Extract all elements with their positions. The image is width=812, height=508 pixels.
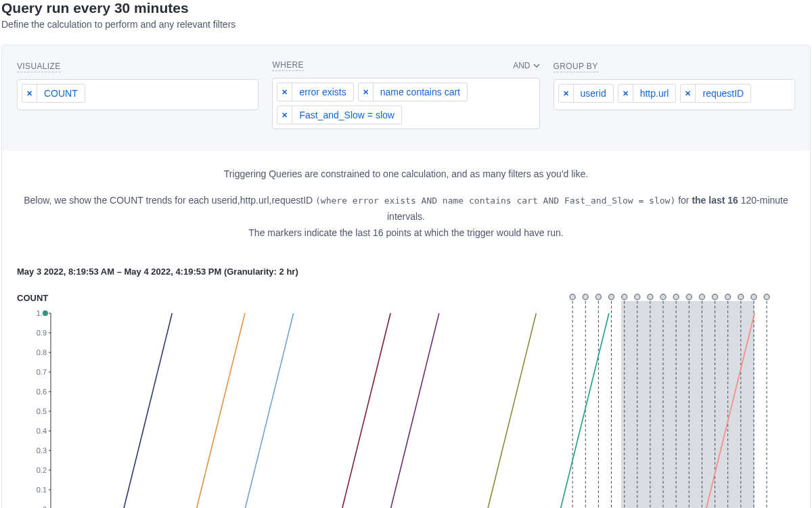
svg-rect-68	[621, 301, 754, 508]
svg-text:0.6: 0.6	[37, 388, 47, 396]
explain-bold: the last 16	[692, 195, 738, 206]
svg-point-88	[686, 294, 692, 300]
explain-mono: (where error exists AND name contains ca…	[315, 195, 675, 206]
where-operator-toggle[interactable]: AND	[513, 61, 539, 70]
page-title: Query run every 30 minutes	[1, 0, 811, 16]
svg-point-84	[660, 294, 666, 300]
group-by-label: GROUP BY	[554, 62, 598, 72]
where-tag: ✕ Fast_and_Slow = slow	[277, 106, 401, 124]
svg-line-106	[488, 313, 537, 508]
tag-label: userid	[574, 85, 613, 102]
remove-tag-icon[interactable]: ✕	[22, 85, 37, 102]
svg-text:1.0: 1.0	[37, 309, 47, 317]
tag-label: Fast_and_Slow = slow	[292, 106, 401, 124]
svg-point-90	[699, 294, 704, 300]
svg-line-104	[342, 313, 390, 508]
visualize-column: VISUALIZE ✕ COUNT	[17, 60, 258, 129]
svg-text:0: 0	[43, 505, 47, 508]
svg-line-107	[560, 313, 609, 508]
svg-text:0.4: 0.4	[37, 427, 47, 435]
group-by-tag: ✕ userid	[558, 84, 614, 103]
where-label: WHERE	[272, 60, 303, 71]
explain-line-3: The markers indicate the last 16 points …	[248, 227, 563, 238]
tag-label: requestID	[696, 85, 750, 102]
svg-point-98	[751, 294, 757, 300]
chart: COUNT00.10.20.30.40.50.60.70.80.91.009:0…	[17, 289, 795, 508]
svg-line-102	[196, 313, 245, 508]
svg-text:0.7: 0.7	[37, 368, 47, 376]
svg-text:0.8: 0.8	[37, 348, 47, 356]
remove-tag-icon[interactable]: ✕	[618, 85, 633, 102]
svg-point-86	[673, 294, 679, 300]
explain-text: for	[675, 195, 692, 206]
svg-text:0.9: 0.9	[37, 329, 47, 337]
svg-text:0.3: 0.3	[37, 446, 47, 455]
group-by-input[interactable]: ✕ userid ✕ http.url ✕ requestID	[554, 79, 795, 110]
svg-point-70	[570, 294, 575, 300]
remove-tag-icon[interactable]: ✕	[277, 106, 292, 124]
chart-svg: COUNT00.10.20.30.40.50.60.70.80.91.009:0…	[17, 289, 799, 508]
group-by-tag: ✕ requestID	[680, 84, 751, 103]
visualize-label: VISUALIZE	[17, 62, 61, 72]
explain-line-1: Triggering Queries are constrained to on…	[18, 168, 794, 179]
svg-point-78	[622, 294, 627, 300]
where-input[interactable]: ✕ error exists ✕ name contains cart ✕ Fa…	[272, 78, 539, 129]
visualize-input[interactable]: ✕ COUNT	[17, 79, 258, 110]
svg-text:0.1: 0.1	[37, 486, 47, 494]
where-tag: ✕ error exists	[277, 83, 353, 101]
svg-text:COUNT: COUNT	[17, 293, 48, 303]
query-card: VISUALIZE ✕ COUNT WHERE AND	[1, 45, 811, 508]
tag-label: error exists	[292, 83, 353, 101]
visualize-tag: ✕ COUNT	[22, 84, 85, 103]
remove-tag-icon[interactable]: ✕	[681, 85, 696, 102]
svg-point-74	[595, 294, 601, 300]
page-subtitle: Define the calculation to perform and an…	[1, 19, 811, 30]
tag-label: name contains cart	[374, 83, 467, 101]
where-column: WHERE AND ✕ error exists ✕ name contains…	[272, 60, 539, 129]
group-by-tag: ✕ http.url	[618, 84, 677, 103]
remove-tag-icon[interactable]: ✕	[559, 85, 574, 102]
remove-tag-icon[interactable]: ✕	[359, 83, 374, 101]
svg-text:0.5: 0.5	[37, 407, 47, 415]
svg-text:0.2: 0.2	[37, 466, 47, 474]
svg-point-94	[725, 294, 731, 300]
svg-point-80	[635, 294, 640, 300]
where-operator-label: AND	[513, 61, 530, 70]
query-panel: VISUALIZE ✕ COUNT WHERE AND	[2, 45, 810, 151]
svg-point-72	[583, 294, 588, 300]
svg-line-101	[124, 313, 173, 508]
svg-point-82	[648, 294, 653, 300]
explain-text: Below, we show the COUNT trends for each…	[24, 195, 315, 206]
explain-line-2: Below, we show the COUNT trends for each…	[18, 193, 794, 241]
svg-point-100	[764, 294, 769, 300]
svg-point-92	[713, 294, 718, 300]
group-by-column: GROUP BY ✕ userid ✕ http.url ✕ requestID	[554, 60, 795, 129]
remove-tag-icon[interactable]: ✕	[277, 83, 292, 101]
svg-line-103	[245, 313, 294, 508]
where-tag: ✕ name contains cart	[358, 83, 468, 101]
chevron-down-icon	[533, 62, 540, 69]
tag-label: http.url	[633, 85, 676, 102]
svg-point-76	[609, 294, 614, 300]
chart-range-label: May 3 2022, 8:19:53 AM – May 4 2022, 4:1…	[17, 267, 810, 277]
svg-line-105	[390, 313, 439, 508]
svg-point-96	[738, 294, 744, 300]
tag-label: COUNT	[37, 85, 85, 102]
